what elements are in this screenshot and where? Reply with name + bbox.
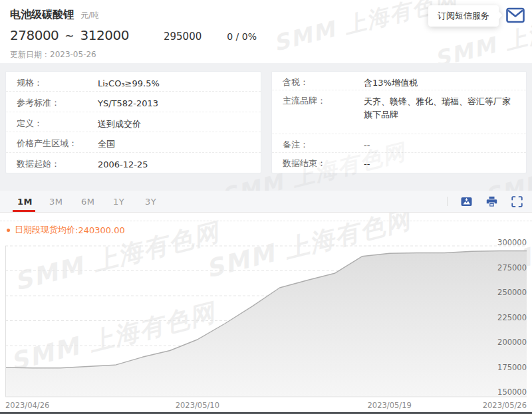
envelope-icon [506,7,525,23]
save-image-icon[interactable] [461,196,472,207]
price-change: 0 / 0% [227,31,257,42]
price-range-tilde: ~ [65,29,74,43]
info-label: 含税： [283,76,364,88]
fullscreen-icon[interactable] [511,196,523,207]
legend-series-label: 日期段现货均价 [15,224,75,236]
info-label: 数据结束： [283,157,364,169]
spec-info-row: 数据起始：2006-12-25 [6,153,261,173]
update-date-value: 2023-05-26 [50,50,96,59]
area-chart-canvas [5,236,527,398]
legend-series-value: 240300.00 [78,225,124,235]
legend-separator [0,221,532,221]
info-label: 定义： [17,118,98,130]
info-value: 含13%增值税 [364,76,526,90]
tab-range-1y[interactable]: 1Y [113,191,145,212]
tax-brand-info-card: 含税：含13%增值税主流品牌：天齐、赣锋、雅化、瑞福、容汇等厂家旗下品牌备注：-… [271,71,527,173]
tax-info-row: 数据结束：-- [272,153,526,173]
tax-info-row: 主流品牌：天齐、赣锋、雅化、瑞福、容汇等厂家旗下品牌 [272,90,526,134]
price-low: 278000 [10,27,59,43]
price-chart[interactable]: 3000002750002500002250002000001750001500… [0,236,532,412]
tab-range-1m[interactable]: 1M [17,191,49,212]
print-icon[interactable] [486,196,497,207]
tax-info-row: 含税：含13%增值税 [272,72,526,90]
chart-tools [447,196,532,207]
y-tick-label: 225000 [487,312,527,323]
info-value: 全国 [98,138,261,151]
spec-info-row: 参考标准：YS/T582-2013 [6,92,261,112]
x-tick-label: 2023/04/26 [5,401,49,410]
info-label: 备注： [283,139,364,151]
tax-info-row: 备注：-- [272,134,526,153]
info-value: -- [364,139,526,152]
price-chart-card: SMM 上海有色网 SMM 上海有色网 SMM 上海有色网 SMM 上海有色网 … [0,191,532,414]
chart-legend[interactable]: 日期段现货均价 : 240300.00 [7,224,125,236]
tab-range-3y[interactable]: 3Y [145,191,177,212]
tab-range-3m[interactable]: 3M [49,191,81,212]
info-label: 参考标准： [17,97,98,109]
x-tick-label: 2023/05/19 [368,401,412,410]
info-value: -- [364,157,526,171]
y-tick-label: 250000 [487,287,527,298]
info-value: 2006-12-25 [98,158,261,171]
price-high: 312000 [80,27,129,43]
spec-info-row: 价格产生区域：全国 [6,132,261,152]
info-value: 天齐、赣锋、雅化、瑞福、容汇等厂家旗下品牌 [364,95,526,122]
mail-subscribe-button[interactable] [506,7,525,23]
info-value: Li₂CO₃≥99.5% [98,77,261,90]
spec-info-row: 定义：送到成交价 [6,112,261,132]
info-value: YS/T582-2013 [98,97,261,110]
x-tick-label: 2023/05/26 [483,401,527,410]
info-label: 规格： [17,77,98,89]
smm-price-page: SMM 上海有色网 SMM 上海有色网 电池级碳酸锂 元/吨 278000 ~ … [0,0,532,414]
y-tick-label: 300000 [487,237,527,248]
legend-marker-dot [7,229,10,232]
price-header: SMM 上海有色网 SMM 上海有色网 电池级碳酸锂 元/吨 278000 ~ … [0,0,532,63]
page-title: 电池级碳酸锂 [10,8,74,22]
area-fill [5,251,527,397]
spec-info-card: 规格：Li₂CO₃≥99.5%参考标准：YS/T582-2013定义：送到成交价… [5,71,261,173]
info-label: 数据起始： [17,158,98,170]
range-tabs: 1M3M6M1Y3Y [0,191,177,212]
info-label: 主流品牌： [283,95,364,107]
price-average: 295000 [164,31,201,43]
x-tick-label: 2023/05/10 [176,401,219,410]
update-date-label: 更新日期： [10,50,50,59]
y-tick-label: 200000 [487,337,527,348]
info-label: 价格产生区域： [17,138,98,150]
y-tick-label: 275000 [487,262,527,273]
y-tick-label: 175000 [487,362,527,373]
toolbar-divider [447,197,448,206]
spec-info-row: 规格：Li₂CO₃≥99.5% [6,72,261,92]
subscribe-sms-tooltip[interactable]: 订阅短信服务 [428,5,499,27]
chart-toolbar: 1M3M6M1Y3Y [0,191,532,213]
y-tick-label: 150000 [487,387,527,397]
update-date-row: 更新日期：2023-05-26 [10,49,532,60]
info-value: 送到成交价 [98,118,261,131]
tab-range-6m[interactable]: 6M [81,191,113,212]
price-unit: 元/吨 [80,10,99,21]
